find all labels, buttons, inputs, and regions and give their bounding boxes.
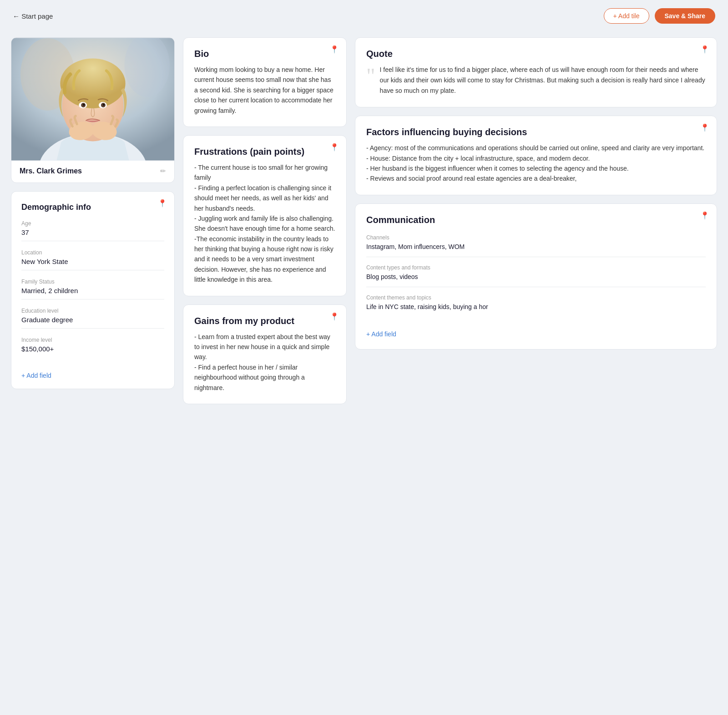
edit-icon[interactable]: ✏ bbox=[160, 167, 166, 175]
comm-channels-value: Instagram, Mom influencers, WOM bbox=[366, 243, 706, 250]
profile-name: Mrs. Clark Grimes bbox=[20, 167, 82, 175]
quote-text: I feel like it's time for us to find a b… bbox=[380, 65, 706, 96]
svg-point-12 bbox=[83, 104, 85, 106]
save-share-button[interactable]: Save & Share bbox=[655, 8, 716, 24]
demo-field-education: Education level Graduate degree bbox=[21, 308, 164, 329]
demographic-card: 📍 Demographic info Age 37 Location New Y… bbox=[11, 191, 175, 389]
frustrations-text: - The current house is too small for her… bbox=[194, 162, 335, 285]
demo-label-income: Income level bbox=[21, 337, 164, 343]
comm-themes: Content themes and topics Life in NYC st… bbox=[366, 294, 706, 317]
comm-content-types: Content types and formats Blog posts, vi… bbox=[366, 264, 706, 287]
bio-card: 📍 Bio Working mom looking to buy a new h… bbox=[183, 37, 347, 127]
frustrations-title: Frustrations (pain points) bbox=[194, 147, 335, 157]
main-content: Mrs. Clark Grimes ✏ 📍 Demographic info A… bbox=[0, 32, 728, 422]
demo-value-age: 37 bbox=[21, 228, 164, 236]
factors-pin-icon: 📍 bbox=[700, 123, 709, 132]
svg-point-7 bbox=[60, 59, 125, 108]
comm-pin-icon: 📍 bbox=[700, 211, 709, 220]
profile-name-row: Mrs. Clark Grimes ✏ bbox=[11, 161, 174, 183]
factors-title: Factors influencing buying decisions bbox=[366, 127, 706, 137]
quote-pin-icon: 📍 bbox=[700, 45, 709, 54]
demo-label-location: Location bbox=[21, 249, 164, 256]
gains-text: - Learn from a trusted expert about the … bbox=[194, 332, 335, 393]
demo-field-income: Income level $150,000+ bbox=[21, 337, 164, 357]
svg-point-13 bbox=[103, 104, 105, 106]
comm-channels: Channels Instagram, Mom influencers, WOM bbox=[366, 234, 706, 257]
comm-themes-value: Life in NYC state, raising kids, buying … bbox=[366, 303, 706, 310]
factors-text: - Agency: most of the communications and… bbox=[366, 143, 706, 184]
bio-pin-icon: 📍 bbox=[330, 45, 339, 54]
add-field-link[interactable]: + Add field bbox=[21, 372, 51, 379]
factors-card: 📍 Factors influencing buying decisions -… bbox=[355, 116, 717, 195]
demo-label-family: Family Status bbox=[21, 279, 164, 285]
quote-content: " I feel like it's time for us to find a… bbox=[366, 65, 706, 96]
back-link[interactable]: ← Start page bbox=[13, 12, 53, 20]
profile-card: Mrs. Clark Grimes ✏ bbox=[11, 37, 175, 183]
gains-pin-icon: 📍 bbox=[330, 312, 339, 321]
comm-themes-label: Content themes and topics bbox=[366, 294, 706, 301]
demo-value-location: New York State bbox=[21, 258, 164, 265]
left-column: Mrs. Clark Grimes ✏ 📍 Demographic info A… bbox=[11, 37, 175, 389]
bio-text: Working mom looking to buy a new home. H… bbox=[194, 65, 335, 116]
comm-content-types-label: Content types and formats bbox=[366, 264, 706, 271]
demo-field-location: Location New York State bbox=[21, 249, 164, 270]
frustrations-pin-icon: 📍 bbox=[330, 143, 339, 152]
gains-card: 📍 Gains from my product - Learn from a t… bbox=[183, 304, 347, 404]
middle-column: 📍 Bio Working mom looking to buy a new h… bbox=[183, 37, 347, 404]
demo-field-family: Family Status Married, 2 children bbox=[21, 279, 164, 299]
quote-mark: " bbox=[366, 67, 375, 85]
gains-title: Gains from my product bbox=[194, 316, 335, 326]
bio-title: Bio bbox=[194, 49, 335, 59]
pin-icon: 📍 bbox=[158, 199, 167, 208]
demo-field-age: Age 37 bbox=[21, 220, 164, 241]
header-actions: + Add tile Save & Share bbox=[604, 8, 716, 24]
profile-photo bbox=[11, 38, 174, 161]
profile-image-wrapper bbox=[11, 38, 174, 161]
add-tile-button[interactable]: + Add tile bbox=[604, 8, 649, 24]
comm-title: Communication bbox=[366, 215, 706, 225]
comm-channels-label: Channels bbox=[366, 234, 706, 241]
back-link-label: ← Start page bbox=[13, 12, 53, 20]
demo-label-education: Education level bbox=[21, 308, 164, 314]
demographic-title: Demographic info bbox=[21, 203, 164, 212]
right-column: 📍 Quote " I feel like it's time for us t… bbox=[355, 37, 717, 350]
demo-label-age: Age bbox=[21, 220, 164, 227]
quote-card: 📍 Quote " I feel like it's time for us t… bbox=[355, 37, 717, 107]
frustrations-card: 📍 Frustrations (pain points) - The curre… bbox=[183, 135, 347, 296]
quote-title: Quote bbox=[366, 49, 706, 59]
comm-add-field-link[interactable]: + Add field bbox=[366, 330, 396, 338]
communication-card: 📍 Communication Channels Instagram, Mom … bbox=[355, 203, 717, 350]
demo-value-family: Married, 2 children bbox=[21, 287, 164, 294]
demo-value-education: Graduate degree bbox=[21, 316, 164, 324]
comm-content-types-value: Blog posts, videos bbox=[366, 273, 706, 280]
header: ← Start page + Add tile Save & Share bbox=[0, 0, 728, 32]
demo-value-income: $150,000+ bbox=[21, 345, 164, 353]
